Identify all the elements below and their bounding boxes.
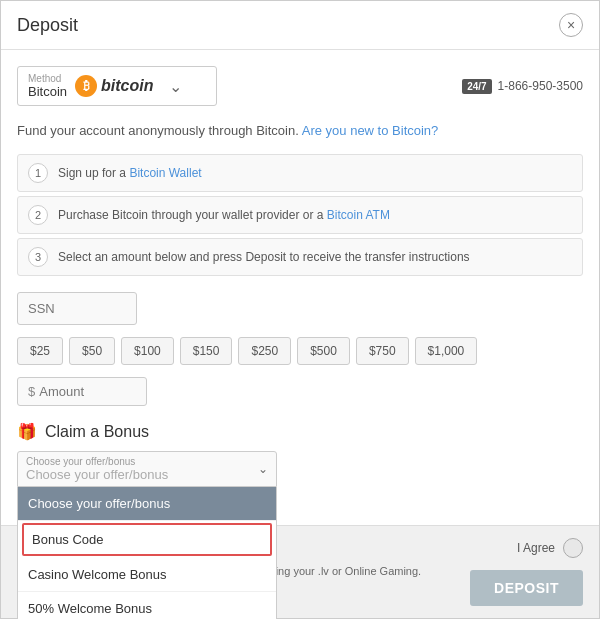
amount-input-wrap: $ bbox=[17, 377, 147, 406]
step-1: 1 Sign up for a Bitcoin Wallet bbox=[17, 154, 583, 192]
amount-btn-250[interactable]: $250 bbox=[238, 337, 291, 365]
bitcoin-text: bitcoin bbox=[101, 77, 153, 95]
method-info: Method Bitcoin bbox=[28, 73, 67, 99]
bonus-dropdown-header[interactable]: Choose your offer/bonus Choose your offe… bbox=[17, 451, 277, 487]
bitcoin-atm-link[interactable]: Bitcoin ATM bbox=[327, 208, 390, 222]
bonus-dropdown-wrap: Choose your offer/bonus Choose your offe… bbox=[17, 451, 277, 487]
step-1-num: 1 bbox=[28, 163, 48, 183]
amount-btn-100[interactable]: $100 bbox=[121, 337, 174, 365]
info-main: Fund your account anonymously through Bi… bbox=[17, 123, 299, 138]
step-2: 2 Purchase Bitcoin through your wallet p… bbox=[17, 196, 583, 234]
bonus-selected: Choose your offer/bonus bbox=[26, 467, 168, 482]
bonus-label-small: Choose your offer/bonus bbox=[26, 456, 168, 467]
step-3-text: Select an amount below and press Deposit… bbox=[58, 250, 470, 264]
agree-checkbox[interactable] bbox=[563, 538, 583, 558]
method-name: Bitcoin bbox=[28, 84, 67, 99]
bitcoin-link[interactable]: Are you new to Bitcoin? bbox=[302, 123, 439, 138]
step-3: 3 Select an amount below and press Depos… bbox=[17, 238, 583, 276]
support-phone: 1-866-950-3500 bbox=[498, 79, 583, 93]
method-label: Method bbox=[28, 73, 67, 84]
amount-btn-50[interactable]: $50 bbox=[69, 337, 115, 365]
deposit-button[interactable]: DEPOSIT bbox=[470, 570, 583, 606]
bitcoin-wallet-link[interactable]: Bitcoin Wallet bbox=[129, 166, 201, 180]
method-section: Method Bitcoin ₿ bitcoin ⌄ 24/7 1-866-95… bbox=[17, 66, 583, 106]
bonus-dropdown-arrow: ⌄ bbox=[258, 462, 268, 476]
step-2-text: Purchase Bitcoin through your wallet pro… bbox=[58, 208, 390, 222]
amount-btn-25[interactable]: $25 bbox=[17, 337, 63, 365]
steps-container: 1 Sign up for a Bitcoin Wallet 2 Purchas… bbox=[17, 154, 583, 276]
claim-bonus-section: 🎁 Claim a Bonus bbox=[17, 422, 583, 441]
bonus-option-choose[interactable]: Choose your offer/bonus bbox=[18, 487, 276, 521]
bonus-dropdown-list: Choose your offer/bonus Bonus Code Casin… bbox=[17, 487, 277, 619]
bitcoin-logo: ₿ bitcoin bbox=[75, 75, 153, 97]
amount-btn-750[interactable]: $750 bbox=[356, 337, 409, 365]
close-button[interactable]: × bbox=[559, 13, 583, 37]
modal-body: Method Bitcoin ₿ bitcoin ⌄ 24/7 1-866-95… bbox=[1, 50, 599, 503]
modal-title: Deposit bbox=[17, 15, 78, 36]
modal-header: Deposit × bbox=[1, 1, 599, 50]
deposit-modal: Deposit × Method Bitcoin ₿ bitcoin ⌄ 24/… bbox=[0, 0, 600, 619]
step-1-text: Sign up for a Bitcoin Wallet bbox=[58, 166, 202, 180]
info-text: Fund your account anonymously through Bi… bbox=[17, 122, 583, 140]
dollar-sign: $ bbox=[28, 384, 35, 399]
amount-btn-500[interactable]: $500 bbox=[297, 337, 350, 365]
bonus-dropdown-labels: Choose your offer/bonus Choose your offe… bbox=[26, 456, 168, 482]
amount-buttons: $25 $50 $100 $150 $250 $500 $750 $1,000 bbox=[17, 337, 583, 365]
method-dropdown[interactable]: Method Bitcoin ₿ bitcoin ⌄ bbox=[17, 66, 217, 106]
amount-btn-1000[interactable]: $1,000 bbox=[415, 337, 478, 365]
bottom-right: I Agree DEPOSIT bbox=[470, 538, 583, 606]
bonus-option-code[interactable]: Bonus Code bbox=[22, 523, 272, 556]
ssn-input[interactable] bbox=[17, 292, 137, 325]
bonus-option-casino-welcome[interactable]: Casino Welcome Bonus bbox=[18, 558, 276, 592]
agree-section: I Agree bbox=[517, 538, 583, 558]
step-2-num: 2 bbox=[28, 205, 48, 225]
method-dropdown-arrow: ⌄ bbox=[169, 77, 182, 96]
ssn-field bbox=[17, 292, 583, 325]
gift-icon: 🎁 bbox=[17, 422, 37, 441]
amount-input[interactable] bbox=[39, 384, 119, 399]
bitcoin-icon: ₿ bbox=[75, 75, 97, 97]
amount-btn-150[interactable]: $150 bbox=[180, 337, 233, 365]
bonus-option-50-welcome[interactable]: 50% Welcome Bonus bbox=[18, 592, 276, 619]
step-3-num: 3 bbox=[28, 247, 48, 267]
support-badge: 24/7 bbox=[462, 79, 491, 94]
agree-text: I Agree bbox=[517, 541, 555, 555]
support-info: 24/7 1-866-950-3500 bbox=[462, 79, 583, 94]
claim-bonus-title: Claim a Bonus bbox=[45, 423, 149, 441]
